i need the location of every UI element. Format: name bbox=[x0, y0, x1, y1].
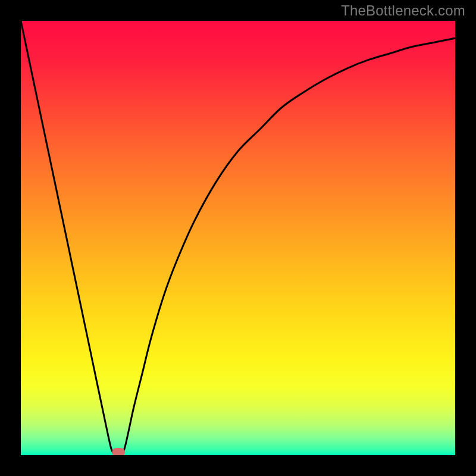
watermark-text: TheBottleneck.com bbox=[341, 2, 465, 19]
bottleneck-curve bbox=[21, 21, 455, 455]
plot-area bbox=[21, 21, 455, 455]
chart-frame: TheBottleneck.com bbox=[0, 0, 476, 476]
curve-layer bbox=[21, 21, 455, 455]
optimal-marker bbox=[112, 448, 125, 455]
